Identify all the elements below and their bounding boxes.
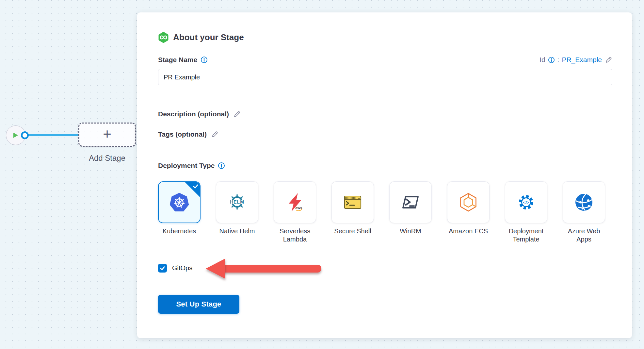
plus-icon: +: [103, 127, 111, 141]
stage-id-group: Id : PR_Example: [539, 56, 612, 64]
stage-name-label: Stage Name: [158, 56, 197, 64]
info-icon[interactable]: [548, 57, 555, 63]
edit-pencil-icon[interactable]: [233, 110, 241, 118]
tile-label: Secure Shell: [334, 227, 371, 235]
about-your-stage-panel: About your Stage Stage Name Id: [137, 12, 632, 338]
stage-id-value[interactable]: PR_Example: [562, 56, 602, 64]
tile-label: Kubernetes: [163, 227, 196, 235]
cd-pipeline-icon: [158, 32, 169, 43]
gitops-checkbox[interactable]: [158, 264, 167, 273]
deployment-type-winrm[interactable]: WinRM: [389, 181, 432, 243]
stage-connector-line: [25, 134, 79, 136]
tile-label: Azure Web Apps: [563, 227, 605, 243]
deployment-type-kubernetes[interactable]: Kubernetes: [158, 181, 201, 243]
add-stage-label: Add Stage: [78, 154, 136, 163]
svg-text:aws: aws: [296, 206, 302, 210]
info-icon[interactable]: [218, 162, 225, 169]
id-separator: :: [557, 56, 559, 64]
svg-text:HELM: HELM: [230, 199, 244, 205]
gitops-label: GitOps: [172, 264, 192, 272]
stage-name-label-row: Stage Name: [158, 56, 208, 64]
deployment-type-secure-shell[interactable]: Secure Shell: [331, 181, 374, 243]
connector-port[interactable]: [21, 131, 29, 139]
gitops-option-row: GitOps: [158, 264, 612, 273]
edit-pencil-icon[interactable]: [211, 130, 218, 138]
tile-label: Deployment Template: [505, 227, 547, 243]
info-icon[interactable]: [201, 56, 208, 63]
serverless-lambda-icon: aws: [284, 192, 305, 213]
edit-pencil-icon[interactable]: [604, 56, 612, 64]
description-label: Description (optional): [158, 110, 229, 118]
deployment-type-amazon-ecs[interactable]: Amazon ECS: [447, 181, 490, 243]
set-up-stage-button[interactable]: Set Up Stage: [158, 295, 239, 314]
deployment-type-selector: Kubernetes HELM: [158, 181, 612, 243]
kubernetes-icon: [169, 192, 190, 213]
tile-label: Native Helm: [219, 227, 255, 235]
winrm-powershell-icon: [400, 192, 421, 213]
red-arrow-annotation: [204, 255, 334, 283]
deployment-template-gear-icon: </>: [516, 192, 537, 213]
deployment-type-label: Deployment Type: [158, 162, 215, 170]
page-title: About your Stage: [173, 32, 244, 42]
stage-name-input[interactable]: [158, 69, 612, 85]
amazon-ecs-icon: [458, 192, 479, 213]
add-stage-button[interactable]: +: [78, 123, 136, 147]
id-label: Id: [539, 56, 545, 64]
tile-label: Serverless Lambda: [274, 227, 316, 243]
deployment-type-azure-web-apps[interactable]: Azure Web Apps: [563, 181, 605, 243]
play-icon: [13, 132, 18, 138]
azure-web-apps-globe-icon: [573, 192, 594, 213]
deployment-type-deployment-template[interactable]: </> Deployment Template: [505, 181, 547, 243]
tile-label: Amazon ECS: [449, 227, 488, 235]
tags-label: Tags (optional): [158, 130, 207, 138]
deployment-type-serverless-lambda[interactable]: aws Serverless Lambda: [274, 181, 316, 243]
panel-header: About your Stage: [158, 32, 612, 43]
secure-shell-terminal-icon: [342, 192, 363, 213]
helm-icon: HELM: [227, 192, 248, 212]
tile-label: WinRM: [400, 227, 421, 235]
deployment-type-native-helm[interactable]: HELM Native Helm: [216, 181, 258, 243]
svg-text:</>: </>: [523, 200, 529, 205]
